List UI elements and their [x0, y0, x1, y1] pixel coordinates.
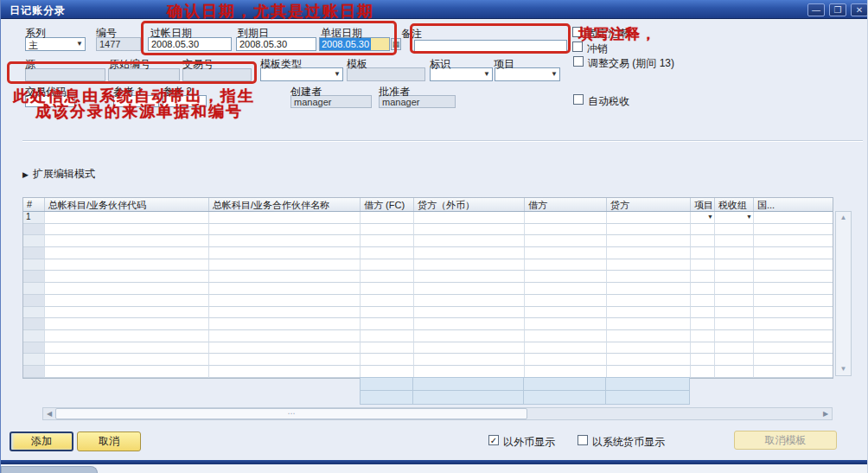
table-cell[interactable]: [209, 330, 361, 342]
table-cell[interactable]: [525, 318, 607, 330]
table-cell[interactable]: [45, 318, 209, 330]
scroll-down-icon[interactable]: ▼: [836, 363, 851, 375]
table-cell[interactable]: [715, 271, 754, 283]
table-cell[interactable]: [414, 330, 525, 342]
table-cell[interactable]: [607, 235, 691, 247]
table-cell[interactable]: [715, 307, 754, 319]
table-cell[interactable]: [414, 235, 525, 247]
table-cell[interactable]: [607, 212, 691, 224]
adjusting-checkbox[interactable]: [573, 56, 584, 67]
table-cell[interactable]: [361, 366, 414, 378]
table-cell[interactable]: [715, 259, 754, 272]
table-cell[interactable]: [525, 330, 607, 342]
scrollbar-thumb[interactable]: ⋯: [55, 408, 527, 419]
table-cell[interactable]: [45, 247, 209, 259]
table-cell[interactable]: [607, 247, 691, 259]
scroll-left-icon[interactable]: ◀: [43, 408, 55, 419]
table-cell[interactable]: [209, 342, 361, 355]
table-cell[interactable]: [754, 295, 833, 307]
table-cell[interactable]: [45, 283, 209, 295]
column-header[interactable]: #: [23, 198, 45, 211]
table-cell[interactable]: [414, 259, 525, 272]
chevron-down-icon[interactable]: ▼: [334, 70, 341, 78]
table-cell[interactable]: [607, 342, 691, 355]
table-cell[interactable]: [607, 295, 691, 307]
table-cell[interactable]: [414, 212, 525, 224]
table-cell[interactable]: [691, 307, 715, 319]
auto-tax-checkbox[interactable]: [573, 94, 584, 105]
table-cell[interactable]: [715, 354, 754, 366]
column-header[interactable]: 借方: [525, 198, 607, 211]
column-header[interactable]: 国...: [754, 198, 834, 211]
table-cell[interactable]: [754, 366, 833, 378]
table-cell[interactable]: [525, 354, 607, 366]
table-cell[interactable]: [754, 224, 833, 236]
table-cell[interactable]: [691, 318, 715, 330]
scroll-right-icon[interactable]: ▶: [820, 408, 832, 419]
table-cell[interactable]: [691, 342, 715, 355]
table-cell[interactable]: [754, 283, 833, 295]
cancel-button[interactable]: 取消: [77, 431, 141, 451]
display-sc-checkbox[interactable]: [578, 435, 588, 445]
taskbar-tab[interactable]: [1, 466, 98, 473]
table-cell[interactable]: [209, 366, 361, 378]
table-cell[interactable]: [361, 247, 414, 259]
table-cell[interactable]: [715, 283, 754, 295]
table-cell[interactable]: [525, 366, 607, 378]
table-cell[interactable]: [45, 235, 209, 247]
table-cell[interactable]: [691, 354, 715, 366]
table-cell[interactable]: [361, 283, 414, 295]
table-cell[interactable]: [361, 307, 414, 319]
table-cell[interactable]: [715, 247, 754, 259]
table-cell[interactable]: [525, 212, 607, 224]
column-header[interactable]: 项目: [691, 198, 715, 211]
table-cell[interactable]: [414, 271, 525, 283]
table-cell[interactable]: [361, 295, 414, 307]
column-header[interactable]: 总帐科目/业务合作伙伴名称: [209, 198, 361, 211]
table-cell[interactable]: [754, 307, 833, 319]
column-header[interactable]: 税收组: [715, 198, 754, 211]
column-header[interactable]: 贷方: [607, 198, 691, 211]
table-cell[interactable]: [209, 235, 361, 247]
table-cell[interactable]: [414, 295, 525, 307]
table-cell[interactable]: [525, 283, 607, 295]
table-cell[interactable]: [361, 271, 414, 283]
scroll-up-icon[interactable]: ▲: [836, 212, 851, 224]
table-cell[interactable]: [715, 318, 754, 330]
column-header[interactable]: 贷方（外币）: [414, 198, 525, 211]
table-cell[interactable]: [361, 330, 414, 342]
table-cell[interactable]: [715, 342, 754, 355]
table-cell[interactable]: [414, 283, 525, 295]
table-cell[interactable]: [691, 330, 715, 342]
table-cell[interactable]: [209, 295, 361, 307]
table-cell[interactable]: [45, 354, 209, 366]
cell-dropdown-icon[interactable]: ▼: [707, 214, 713, 220]
table-cell[interactable]: [754, 259, 833, 272]
table-cell[interactable]: [607, 330, 691, 342]
table-cell[interactable]: [45, 259, 209, 272]
table-cell[interactable]: [414, 307, 525, 319]
vertical-scrollbar[interactable]: ▲ ▼: [835, 211, 852, 376]
table-cell[interactable]: [209, 212, 361, 224]
chevron-down-icon[interactable]: ▼: [483, 70, 490, 78]
maximize-button[interactable]: ❐: [829, 3, 846, 16]
chevron-down-icon[interactable]: ▼: [76, 40, 83, 48]
table-cell[interactable]: [361, 342, 414, 355]
table-cell[interactable]: [209, 259, 361, 272]
table-cell[interactable]: [691, 235, 715, 247]
table-cell[interactable]: [607, 283, 691, 295]
table-cell[interactable]: [525, 295, 607, 307]
table-cell[interactable]: [715, 224, 754, 236]
close-button[interactable]: ✕: [851, 3, 868, 16]
table-cell[interactable]: [607, 354, 691, 366]
expanded-editing-mode-toggle[interactable]: ▶扩展编辑模式: [22, 167, 95, 182]
column-header[interactable]: 借方 (FC): [361, 198, 414, 211]
add-button[interactable]: 添加: [10, 431, 73, 451]
table-cell[interactable]: [209, 354, 361, 366]
table-cell[interactable]: [525, 271, 607, 283]
display-fc-checkbox[interactable]: ✓: [488, 435, 499, 445]
table-cell[interactable]: [607, 318, 691, 330]
table-cell[interactable]: [754, 342, 833, 355]
table-cell[interactable]: [754, 271, 833, 283]
table-cell[interactable]: [607, 271, 691, 283]
